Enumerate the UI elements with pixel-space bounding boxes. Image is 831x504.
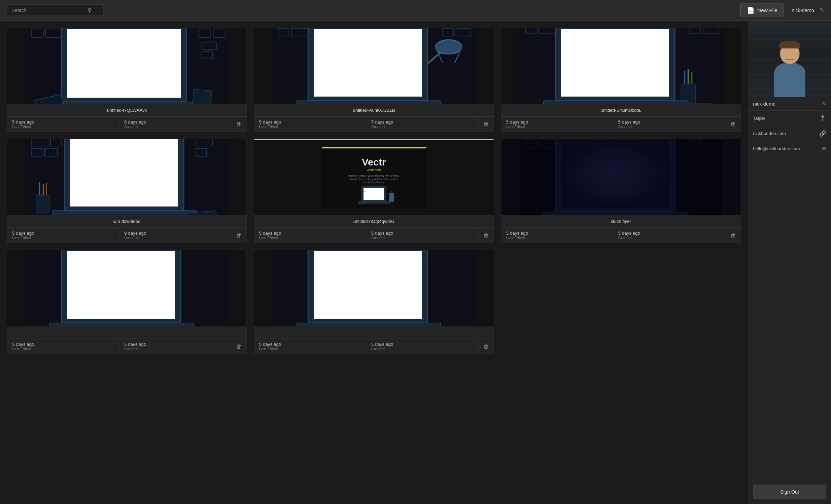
created-section: 5 days ago Created: [613, 228, 725, 243]
svg-rect-105: [561, 140, 669, 208]
delete-button[interactable]: 🗑: [725, 230, 741, 241]
svg-rect-87: [364, 188, 384, 200]
profile-location: Taipei: [753, 116, 816, 121]
username-label: nick-demo: [792, 8, 814, 13]
card-title: untitled-nOqt4qwmG: [254, 215, 493, 228]
file-card[interactable]: Vectr vectr.com Instantly unleash your c…: [254, 139, 494, 243]
card-title: untitled-f7QLWAAvx: [7, 104, 247, 117]
file-card[interactable]: untitled-E4SmUzcdL 5 days ago Last Edite…: [501, 28, 741, 132]
card-meta: 5 days ago Last Edited 6 days ago Create…: [7, 117, 247, 132]
svg-rect-16: [192, 89, 212, 104]
svg-text:to-use, free vector graphics e: to-use, free vector graphics editor acro…: [350, 178, 397, 181]
created-section: 7 days ago Created: [366, 117, 479, 132]
created-label: Created: [124, 347, 226, 351]
svg-rect-74: [52, 211, 197, 215]
last-edited-label: Last Edited: [259, 236, 361, 240]
file-card[interactable]: — 5 days ago Last Edited 5 days ago Crea…: [254, 250, 494, 354]
sign-out-section: Sign Out: [748, 480, 831, 504]
delete-button[interactable]: 🗑: [479, 118, 494, 130]
topbar-right: 📄 New File nick-demo ✎: [740, 3, 824, 17]
svg-text:Vectr: Vectr: [362, 156, 386, 168]
svg-rect-35: [314, 29, 422, 97]
last-edited-section: 5 days ago Last Edited: [254, 228, 366, 243]
svg-rect-12: [49, 102, 200, 104]
profile-location-item: Taipei 📍: [748, 111, 831, 126]
delete-button[interactable]: 🗑: [479, 230, 494, 241]
last-edited-section: 5 days ago Last Edited: [501, 228, 614, 243]
delete-button[interactable]: 🗑: [725, 118, 741, 130]
file-card[interactable]: slush flyer 5 days ago Last Edited 5 day…: [501, 139, 741, 243]
search-wrapper[interactable]: ⚲: [7, 4, 104, 16]
card-thumbnail: [254, 250, 493, 326]
profile-website: nickbudden.com: [753, 131, 816, 136]
profile-email-item[interactable]: hello@nickbudden.com ✉: [748, 141, 831, 156]
svg-rect-80: [322, 147, 426, 148]
file-card[interactable]: untitled-f7QLWAAvx 5 days ago Last Edite…: [7, 28, 247, 132]
last-edited-time: 5 days ago: [259, 119, 361, 125]
created-label: Created: [124, 125, 226, 129]
profile-website-item[interactable]: nickbudden.com 🔗: [748, 126, 831, 141]
created-time: 5 days ago: [618, 119, 720, 125]
last-edited-section: 5 days ago Last Edited: [7, 228, 119, 243]
svg-rect-110: [67, 251, 175, 319]
file-card[interactable]: — 5 days ago Last Edited 5 days ago Crea…: [7, 250, 247, 354]
edit-profile-icon[interactable]: ✎: [820, 7, 824, 14]
file-card[interactable]: simplify the caption, and do your border…: [7, 139, 247, 243]
card-meta: 5 days ago Last Edited 7 days ago Create…: [254, 117, 493, 132]
card-meta: 5 days ago Last Edited 5 days ago Create…: [254, 339, 493, 354]
last-edited-label: Last Edited: [12, 236, 114, 240]
svg-point-30: [436, 40, 462, 54]
last-edited-time: 5 days ago: [259, 342, 361, 347]
last-edited-section: 5 days ago Last Edited: [254, 339, 366, 354]
sign-out-button[interactable]: Sign Out: [753, 485, 826, 499]
created-section: 6 days ago Created: [119, 117, 232, 132]
edit-profile-button[interactable]: ✎: [822, 100, 826, 107]
right-panel: nick-demo ✎ Taipei 📍 nickbudden.com 🔗 he…: [748, 21, 831, 504]
created-label: Created: [618, 236, 720, 240]
new-file-button[interactable]: 📄 New File: [740, 3, 784, 17]
created-label: Created: [371, 347, 473, 351]
file-grid: untitled-f7QLWAAvx 5 days ago Last Edite…: [7, 28, 741, 354]
last-edited-time: 5 days ago: [506, 231, 608, 236]
delete-button[interactable]: 🗑: [231, 118, 247, 130]
created-section: 5 days ago Created: [366, 339, 479, 354]
search-icon: ⚲: [88, 7, 92, 14]
svg-rect-88: [358, 202, 390, 204]
svg-rect-114: [314, 251, 422, 319]
last-edited-time: 5 days ago: [259, 231, 361, 236]
last-edited-time: 5 days ago: [506, 119, 608, 125]
last-edited-time: 5 days ago: [12, 119, 114, 125]
svg-rect-115: [296, 323, 441, 326]
last-edited-time: 5 days ago: [12, 231, 114, 236]
new-file-label: New File: [757, 7, 777, 13]
svg-text:multiple platforms.: multiple platforms.: [363, 181, 384, 184]
card-title: win download: [7, 215, 247, 228]
svg-rect-111: [49, 323, 194, 326]
svg-rect-48: [681, 84, 695, 103]
svg-text:Instantly unleash your creativ: Instantly unleash your creativity with a…: [348, 174, 400, 177]
card-title: untitled-E4SmUzcdL: [501, 104, 741, 117]
location-icon: 📍: [819, 115, 826, 122]
profile-username: nick-demo: [753, 101, 819, 107]
delete-button[interactable]: 🗑: [479, 341, 494, 352]
new-file-icon: 📄: [747, 7, 754, 14]
delete-button[interactable]: 🗑: [231, 230, 247, 241]
profile-name-bar: nick-demo ✎: [748, 97, 831, 111]
card-thumbnail: [501, 28, 741, 104]
file-card[interactable]: untitled-wuhKCGZLB 5 days ago Last Edite…: [254, 28, 494, 132]
created-section: 5 days ago Created: [119, 339, 232, 354]
created-time: 5 days ago: [371, 231, 473, 236]
svg-rect-56: [681, 103, 711, 104]
last-edited-time: 5 days ago: [12, 342, 114, 347]
last-edited-section: 5 days ago Last Edited: [7, 117, 119, 132]
svg-text:vectr.com: vectr.com: [367, 168, 381, 172]
profile-photo: [748, 21, 831, 97]
svg-rect-36: [296, 101, 441, 104]
card-thumbnail: [501, 139, 741, 215]
svg-rect-53: [561, 29, 669, 97]
search-input[interactable]: [11, 8, 88, 13]
svg-rect-54: [543, 101, 688, 104]
card-title: slush flyer: [501, 215, 741, 228]
card-meta: 5 days ago Last Edited 5 days ago Create…: [501, 117, 741, 132]
delete-button[interactable]: 🗑: [231, 341, 247, 352]
